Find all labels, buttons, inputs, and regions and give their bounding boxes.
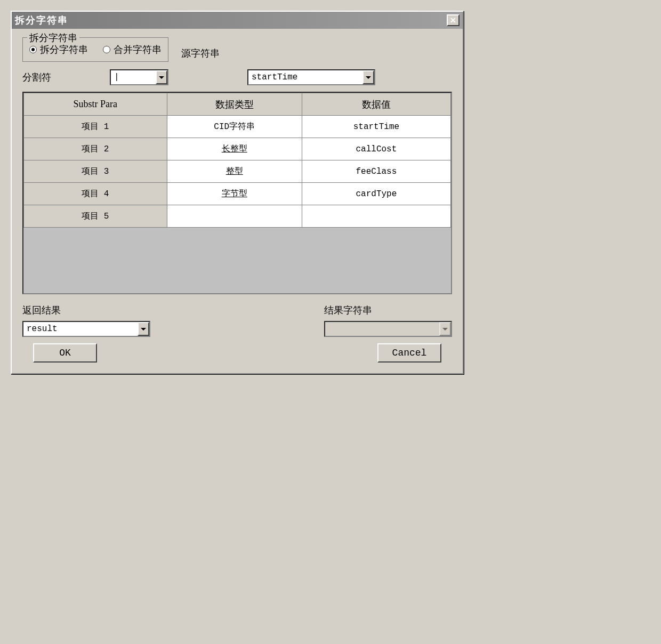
cell-item: 项目 5 — [24, 205, 167, 228]
cancel-button[interactable]: Cancel — [377, 343, 441, 363]
radio-split[interactable]: 拆分字符串 — [29, 43, 88, 56]
table-header-row: Substr Para 数据类型 数据值 — [24, 93, 451, 116]
radio-merge-label: 合并字符串 — [114, 43, 162, 56]
chevron-down-icon[interactable] — [156, 70, 167, 84]
cell-item: 项目 1 — [24, 116, 167, 138]
delimiter-combo[interactable]: | — [110, 69, 168, 85]
return-result-combo[interactable]: result — [22, 321, 150, 337]
radio-merge[interactable]: 合并字符串 — [103, 43, 162, 56]
col-substr-para: Substr Para — [24, 93, 167, 116]
source-string-combo[interactable]: startTime — [247, 69, 375, 85]
cell-value[interactable] — [302, 205, 450, 228]
cell-value[interactable]: callCost — [302, 138, 450, 160]
chevron-down-icon — [439, 322, 451, 336]
mode-fieldset: 拆分字符串 拆分字符串 合并字符串 — [22, 37, 168, 62]
table-row[interactable]: 项目 3 整型 feeClass — [24, 160, 451, 183]
cell-item: 项目 2 — [24, 138, 167, 160]
cell-item: 项目 4 — [24, 183, 167, 205]
return-result-label: 返回结果 — [22, 304, 150, 317]
cell-value[interactable]: startTime — [302, 116, 450, 138]
source-string-value: startTime — [248, 73, 362, 82]
result-string-label: 结果字符串 — [324, 304, 452, 317]
close-button[interactable]: ✕ — [447, 14, 460, 26]
titlebar: 拆分字符串 ✕ — [12, 12, 463, 29]
dialog-content: 拆分字符串 拆分字符串 合并字符串 源字符串 分割符 | — [12, 29, 463, 373]
radio-icon — [103, 46, 110, 53]
col-data-type: 数据类型 — [167, 93, 302, 116]
close-icon: ✕ — [450, 16, 456, 25]
ok-button[interactable]: OK — [33, 343, 97, 363]
table-row[interactable]: 项目 1 CID字符串 startTime — [24, 116, 451, 138]
chevron-down-icon[interactable] — [138, 322, 149, 336]
return-result-value: result — [23, 324, 138, 334]
chevron-down-icon[interactable] — [362, 70, 374, 84]
table-row[interactable]: 项目 5 — [24, 205, 451, 228]
radio-split-label: 拆分字符串 — [40, 43, 88, 56]
table-row[interactable]: 项目 2 长整型 callCost — [24, 138, 451, 160]
cell-type[interactable] — [167, 205, 302, 228]
col-data-value: 数据值 — [302, 93, 450, 116]
window-title: 拆分字符串 — [15, 14, 68, 27]
cell-item: 项目 3 — [24, 160, 167, 183]
cell-type[interactable]: 整型 — [167, 160, 302, 183]
parameters-grid[interactable]: Substr Para 数据类型 数据值 项目 1 CID字符串 startTi… — [22, 92, 452, 294]
delimiter-value: | — [111, 73, 156, 82]
cell-type[interactable]: 字节型 — [167, 183, 302, 205]
split-string-dialog: 拆分字符串 ✕ 拆分字符串 拆分字符串 合并字符串 源字符串 — [11, 11, 464, 374]
table-row[interactable]: 项目 4 字节型 cardType — [24, 183, 451, 205]
cell-value[interactable]: feeClass — [302, 160, 450, 183]
cell-type[interactable]: CID字符串 — [167, 116, 302, 138]
radio-icon — [29, 46, 37, 53]
result-string-combo — [324, 321, 452, 337]
mode-legend: 拆分字符串 — [27, 31, 79, 44]
cell-type[interactable]: 长整型 — [167, 138, 302, 160]
source-string-label: 源字符串 — [181, 37, 220, 60]
cell-value[interactable]: cardType — [302, 183, 450, 205]
delimiter-label: 分割符 — [22, 71, 102, 84]
